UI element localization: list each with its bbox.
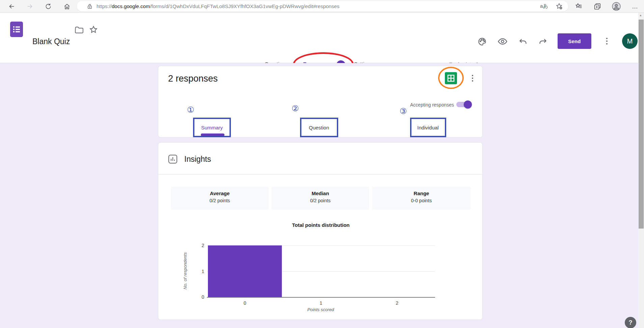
chart-bar — [208, 245, 282, 297]
view-tab-question[interactable]: Question — [302, 125, 336, 130]
insights-title: Insights — [184, 155, 211, 164]
stat-label: Range — [372, 190, 471, 196]
chart-y-tick-label: 2 — [194, 243, 204, 248]
insights-card: Insights Average 0/2 points Median 0/2 p… — [158, 142, 483, 320]
home-icon[interactable] — [62, 2, 71, 11]
accepting-responses-label: Accepting responses — [370, 102, 454, 108]
star-icon[interactable] — [89, 25, 98, 35]
url-text: https://docs.google.com/forms/d/1QwhDxVd… — [97, 3, 340, 9]
scrollbar-thumb[interactable] — [639, 20, 644, 229]
forms-logo-icon[interactable] — [10, 22, 23, 38]
chart-x-axis-label: Points scored — [294, 307, 348, 312]
stat-label: Median — [271, 190, 369, 196]
scrollbar[interactable]: ▲ — [638, 13, 644, 328]
forward-icon — [25, 2, 34, 11]
stat-range: Range 0-0 points — [372, 187, 471, 210]
chart-x-tick-label: 2 — [390, 300, 404, 306]
undo-icon[interactable] — [518, 36, 528, 47]
collections-icon[interactable] — [593, 2, 602, 11]
stat-value: 0/2 points — [171, 198, 269, 203]
address-bar[interactable]: https://docs.google.com/forms/d/1QwhDxVd… — [77, 1, 568, 11]
send-button[interactable]: Send — [558, 33, 591, 49]
browser-profile-avatar[interactable] — [612, 2, 621, 11]
stat-average: Average 0/2 points — [171, 187, 269, 210]
account-avatar[interactable]: M — [622, 33, 638, 49]
accepting-responses-toggle-knob[interactable] — [464, 100, 472, 109]
insights-chart-icon — [168, 154, 178, 165]
favorites-bar-icon[interactable] — [574, 2, 583, 11]
divider — [158, 174, 482, 175]
scrollbar-up-arrow[interactable]: ▲ — [639, 14, 642, 17]
chart-y-tick-label: 1 — [194, 269, 204, 274]
add-favorite-icon[interactable] — [556, 3, 563, 11]
stat-value: 0-0 points — [372, 198, 471, 203]
redo-icon[interactable] — [538, 36, 548, 47]
theme-palette-icon[interactable] — [477, 36, 487, 47]
stat-label: Average — [171, 190, 269, 196]
summary-active-indicator — [201, 133, 224, 136]
help-button[interactable]: ? — [625, 317, 636, 328]
chart-y-axis-label: No. of respondents — [183, 243, 188, 299]
chart-x-tick-label: 1 — [314, 300, 328, 306]
chart-y-tick-label: 0 — [194, 294, 204, 300]
view-tab-individual[interactable]: Individual — [411, 125, 445, 130]
more-options-icon[interactable] — [602, 34, 612, 48]
preview-eye-icon[interactable] — [498, 36, 508, 47]
create-spreadsheet-icon[interactable] — [445, 72, 457, 86]
refresh-icon[interactable] — [44, 2, 53, 11]
lock-icon[interactable] — [87, 3, 92, 9]
responses-count-title: 2 responses — [168, 73, 218, 84]
chart-x-axis — [207, 297, 435, 298]
back-icon[interactable] — [7, 2, 16, 11]
form-title[interactable]: Blank Quiz — [32, 37, 70, 46]
chart-title: Total points distribution — [276, 222, 366, 228]
browser-toolbar: https://docs.google.com/forms/d/1QwhDxVd… — [0, 0, 644, 13]
browser-menu-icon[interactable]: … — [630, 2, 639, 11]
stat-median: Median 0/2 points — [271, 187, 369, 210]
card-more-options-icon[interactable] — [472, 73, 473, 84]
translate-icon[interactable]: aあ — [540, 3, 548, 9]
forms-header: Blank Quiz Send M Questions Responses 2 … — [0, 13, 644, 63]
chart-x-tick-label: 0 — [238, 300, 252, 306]
stat-value: 0/2 points — [271, 198, 369, 203]
view-tab-summary[interactable]: Summary — [195, 125, 229, 130]
move-folder-icon[interactable] — [75, 26, 84, 35]
